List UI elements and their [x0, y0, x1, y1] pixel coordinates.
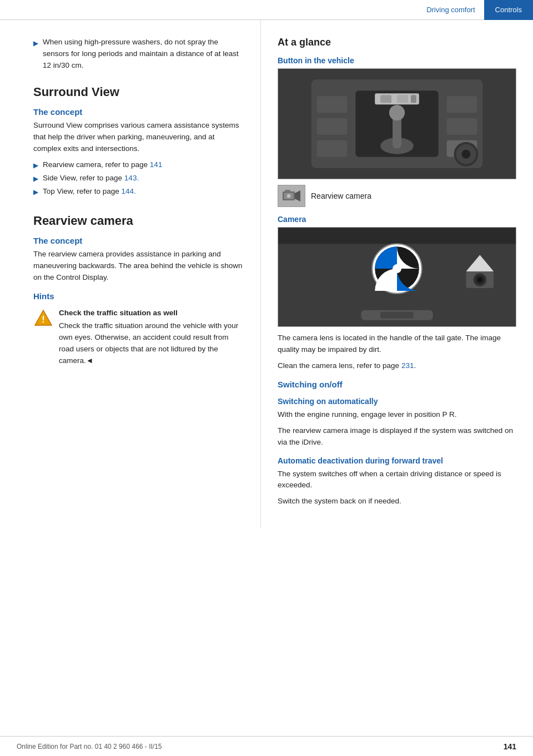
switching-on-auto-title: Switching on automatically — [278, 397, 516, 406]
warning-icon: ! — [33, 309, 53, 329]
surround-view-title: Surround View — [33, 85, 244, 99]
page-footer: Online Edition for Part no. 01 40 2 960 … — [0, 736, 533, 756]
switching-title: Switching on/off — [278, 380, 516, 389]
bullet-rearview-text: Rearview camera, refer to page 141 — [43, 159, 162, 170]
page-header: Driving comfort Controls — [0, 0, 533, 20]
camera-image — [278, 227, 516, 327]
svg-text:!: ! — [42, 315, 44, 324]
camera-icon-row: Rearview camera — [278, 185, 516, 207]
camera-desc1: The camera lens is located in the handle… — [278, 332, 516, 356]
svg-rect-9 — [317, 96, 348, 113]
driving-comfort-tab: Driving comfort — [418, 6, 484, 14]
svg-rect-20 — [397, 95, 408, 103]
svg-rect-12 — [447, 96, 477, 113]
camera-desc2-end: . — [414, 361, 416, 370]
at-a-glance-heading: At a glance — [278, 37, 516, 48]
rearview-camera-title: Rearview camera — [33, 214, 244, 228]
svg-point-17 — [461, 150, 470, 159]
svg-rect-27 — [285, 190, 290, 192]
page-content: ▶ When using high-pressure washers, do n… — [0, 20, 533, 528]
svg-point-36 — [477, 278, 482, 282]
top-bullet-text: When using high-pressure washers, do not… — [43, 37, 244, 72]
bullet-arrow-icon-1: ▶ — [33, 160, 38, 170]
svg-rect-11 — [317, 140, 348, 157]
link-141[interactable]: 141 — [150, 160, 163, 169]
bullet-topview-text: Top View, refer to page 144. — [43, 186, 136, 197]
surround-view-bullets: ▶ Rearview camera, refer to page 141 ▶ S… — [33, 159, 244, 198]
svg-point-25 — [288, 195, 290, 197]
bullet-arrow-icon-2: ▶ — [33, 174, 38, 184]
controls-tab: Controls — [484, 0, 533, 20]
svg-point-32 — [393, 264, 401, 273]
bullet-arrow-icon: ▶ — [33, 38, 38, 49]
top-bullet-item: ▶ When using high-pressure washers, do n… — [33, 37, 244, 72]
auto-deactivation-text2: Switch the system back on if needed. — [278, 496, 516, 507]
bullet-sideview: ▶ Side View, refer to page 143. — [33, 173, 244, 184]
link-143[interactable]: 143. — [124, 174, 139, 182]
link-144[interactable]: 144. — [122, 187, 136, 195]
svg-rect-10 — [317, 118, 348, 135]
surround-view-concept-text: Surround View comprises various camera a… — [33, 120, 244, 155]
warning-body: Check the traffic situation around the v… — [59, 321, 238, 365]
switching-on-auto-text2: The rearview camera image is displayed i… — [278, 425, 516, 448]
svg-rect-13 — [447, 118, 477, 135]
link-231[interactable]: 231 — [401, 361, 414, 370]
camera-desc2: Clean the camera lens, refer to page 231… — [278, 360, 516, 372]
svg-rect-21 — [411, 95, 416, 103]
svg-rect-19 — [380, 95, 391, 103]
svg-marker-26 — [295, 190, 300, 201]
button-in-vehicle-heading: Button in the vehicle — [278, 56, 516, 65]
vehicle-interior-image — [278, 68, 516, 179]
camera-section-heading: Camera — [278, 215, 516, 224]
auto-deactivation-title: Automatic deactivation during forward tr… — [278, 456, 516, 465]
bullet-arrow-icon-3: ▶ — [33, 187, 38, 197]
auto-deactivation-text1: The system switches off when a certain d… — [278, 468, 516, 492]
warning-title: Check the traffic situation as well — [59, 308, 244, 319]
bullet-topview: ▶ Top View, refer to page 144. — [33, 186, 244, 197]
footer-text: Online Edition for Part no. 01 40 2 960 … — [17, 743, 162, 750]
camera-desc2-text: Clean the camera lens, refer to page — [278, 361, 401, 370]
svg-rect-39 — [380, 312, 414, 319]
warning-text-container: Check the traffic situation as well Chec… — [59, 308, 244, 367]
svg-point-8 — [389, 105, 405, 120]
rearview-camera-concept-title: The concept — [33, 236, 244, 245]
bullet-rearview: ▶ Rearview camera, refer to page 141 — [33, 159, 244, 170]
hints-title: Hints — [33, 291, 244, 301]
bullet-sideview-text: Side View, refer to page 143. — [43, 173, 139, 184]
left-column: ▶ When using high-pressure washers, do n… — [0, 20, 261, 528]
rearview-camera-label: Rearview camera — [311, 191, 371, 200]
warning-box: ! Check the traffic situation as well Ch… — [33, 308, 244, 367]
switching-on-auto-text1: With the engine running, engage lever in… — [278, 409, 516, 421]
page-number: 141 — [504, 742, 516, 751]
rearview-camera-icon — [278, 185, 305, 207]
right-column: At a glance Button in the vehicle — [261, 20, 533, 528]
surround-view-concept-title: The concept — [33, 107, 244, 117]
rearview-camera-concept-text: The rearview camera provides assistance … — [33, 249, 244, 284]
